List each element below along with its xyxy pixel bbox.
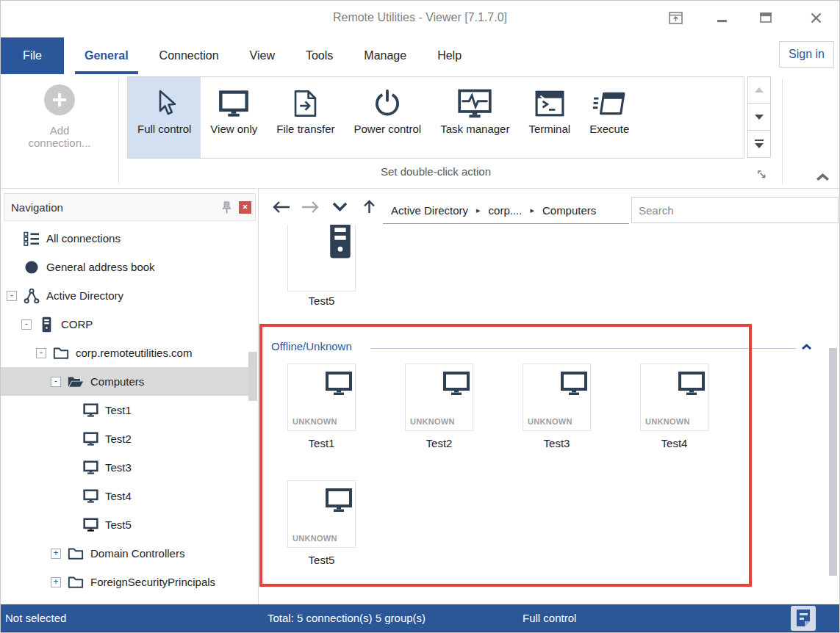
tree-item-corp[interactable]: - CORP <box>1 310 257 339</box>
search-input[interactable] <box>631 197 839 223</box>
collapse-ribbon-button[interactable] <box>815 172 830 184</box>
totals-status: Total: 5 connection(s) 5 group(s) <box>268 612 426 624</box>
computer-icon <box>82 431 98 447</box>
tree-expander[interactable]: - <box>7 291 17 301</box>
ribbon-scroll-more-button[interactable] <box>747 131 771 158</box>
content-toolbar: Active Directory ▸ corp.... ▸ Computers <box>259 189 839 225</box>
terminal-button[interactable]: Terminal <box>519 77 580 158</box>
tree-item-label: ForeignSecurityPrincipals <box>90 576 215 588</box>
tab-manage[interactable]: Manage <box>348 37 422 74</box>
collapse-group-button[interactable] <box>801 342 811 351</box>
server-tile-test5[interactable] <box>287 218 356 292</box>
tab-help[interactable]: Help <box>422 37 477 74</box>
tile-label: Test2 <box>405 437 473 449</box>
computer-tile-test1[interactable]: UNKNOWN <box>287 363 356 431</box>
navigation-scrollbar-thumb[interactable] <box>248 352 257 401</box>
arrow-up-icon <box>362 200 376 214</box>
tree-item-domain[interactable]: - corp.remoteutilities.com <box>1 339 257 367</box>
computer-icon <box>82 517 98 533</box>
tree-expander[interactable]: - <box>21 319 32 330</box>
connections-list-icon <box>24 231 40 247</box>
tree-item-test4[interactable]: Test4 <box>1 482 257 510</box>
tree-item-test1[interactable]: Test1 <box>1 396 257 424</box>
dialog-launcher-button[interactable] <box>756 170 769 184</box>
breadcrumb-item-computers[interactable]: Computers <box>542 204 596 217</box>
file-transfer-icon <box>294 84 317 123</box>
tab-file[interactable]: File <box>1 37 64 74</box>
close-panel-button[interactable]: ✕ <box>239 201 251 214</box>
full-control-button[interactable]: Full control <box>128 77 201 158</box>
power-icon <box>373 84 401 123</box>
tab-general[interactable]: General <box>69 37 144 74</box>
tree-item-active-directory[interactable]: - Active Directory <box>1 281 257 310</box>
execute-button[interactable]: Execute <box>580 77 639 158</box>
arrow-right-icon <box>301 200 320 214</box>
ribbon-scroll-down-button[interactable] <box>747 104 771 131</box>
group-caption: Set double-click action <box>127 165 744 178</box>
tree-item-label: Domain Controllers <box>90 547 184 560</box>
computer-icon <box>325 371 353 399</box>
minimize-button[interactable] <box>711 9 733 29</box>
navigation-header: Navigation ✕ <box>4 193 256 221</box>
tree-item-computers[interactable]: - Computers <box>1 367 257 396</box>
tab-connection[interactable]: Connection <box>144 37 234 74</box>
view-only-button[interactable]: View only <box>201 77 267 158</box>
computer-tile-test4[interactable]: UNKNOWN <box>640 363 708 431</box>
computer-tile-test2[interactable]: UNKNOWN <box>405 363 473 431</box>
tree-item-test2[interactable]: Test2 <box>1 424 257 453</box>
breadcrumb-item-corp[interactable]: corp.... <box>489 204 523 217</box>
pin-panel-button[interactable] <box>218 199 234 215</box>
tree-expander[interactable]: - <box>36 348 46 358</box>
tree-expander[interactable]: + <box>51 549 61 559</box>
ribbon-options-button[interactable] <box>664 9 686 29</box>
power-control-button[interactable]: Power control <box>345 77 431 158</box>
tree-item-label: Test3 <box>105 461 132 474</box>
tree-item-foreign-security-principals[interactable]: + ForeignSecurityPrincipals <box>1 568 257 596</box>
triangle-down-icon <box>755 115 764 120</box>
back-button[interactable] <box>266 193 295 221</box>
ribbon-scroll-buttons <box>747 76 771 158</box>
arrow-left-icon <box>272 200 290 214</box>
up-level-button[interactable] <box>354 193 384 221</box>
tab-view[interactable]: View <box>234 37 290 74</box>
sign-in-button[interactable]: Sign in <box>779 41 834 68</box>
tree-expander[interactable]: + <box>51 577 61 587</box>
ribbon-divider <box>782 79 783 184</box>
ribbon-scroll-up-button[interactable] <box>747 76 771 104</box>
status-badge: UNKNOWN <box>410 417 455 426</box>
triangle-up-icon <box>755 87 764 93</box>
tree-item-all-connections[interactable]: All connections <box>1 224 257 253</box>
tree-item-domain-controllers[interactable]: + Domain Controllers <box>1 539 257 568</box>
computer-tile-test5[interactable]: UNKNOWN <box>287 480 356 548</box>
file-transfer-button[interactable]: File transfer <box>267 77 344 158</box>
folder-icon <box>68 546 84 562</box>
breadcrumb-separator-icon: ▸ <box>530 206 534 215</box>
breadcrumb-item-active-directory[interactable]: Active Directory <box>391 204 468 217</box>
add-connection-button[interactable]: Add connection... <box>1 80 118 149</box>
tab-tools[interactable]: Tools <box>290 37 348 74</box>
tree-item-test3[interactable]: Test3 <box>1 453 257 482</box>
breadcrumb-separator-icon: ▸ <box>476 206 481 215</box>
notes-button[interactable] <box>791 606 816 631</box>
tree-expander[interactable]: - <box>51 377 61 387</box>
task-manager-icon <box>458 84 492 123</box>
computer-tile-test3[interactable]: UNKNOWN <box>523 363 591 431</box>
down-level-button[interactable] <box>325 193 354 221</box>
computer-icon <box>82 460 98 476</box>
forward-button[interactable] <box>295 193 325 221</box>
tree-item-test5[interactable]: Test5 <box>1 510 257 539</box>
notes-icon <box>791 606 816 631</box>
status-badge: UNKNOWN <box>292 417 337 426</box>
folder-open-icon <box>68 374 84 390</box>
server-icon <box>38 316 54 333</box>
computer-icon <box>442 371 470 399</box>
close-button[interactable] <box>805 9 827 29</box>
tree-item-general-address-book[interactable]: General address book <box>1 253 257 281</box>
maximize-button[interactable] <box>755 9 777 29</box>
active-directory-icon <box>24 288 40 304</box>
tree-item-label: Computers <box>90 375 144 388</box>
computer-icon <box>82 402 98 419</box>
navigation-title: Navigation <box>11 201 218 214</box>
task-manager-button[interactable]: Task manager <box>431 77 519 158</box>
content-scrollbar-thumb[interactable] <box>829 348 837 576</box>
